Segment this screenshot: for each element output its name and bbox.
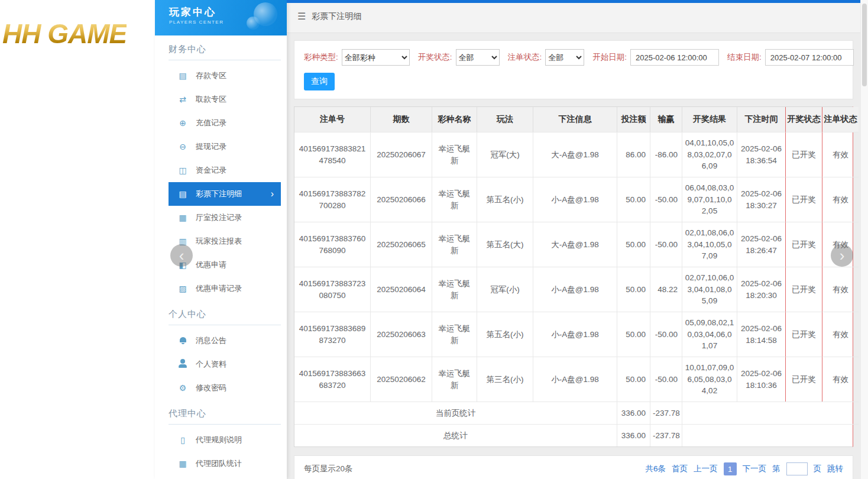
carousel-right-button[interactable]: ›	[831, 244, 853, 267]
filter-group-draw-status: 开奖状态: 全部	[418, 49, 500, 66]
lottery-icon: ▤	[178, 189, 187, 199]
pager: 共6条 首页 上一页 1 下一页 第 页 跳转	[645, 462, 843, 475]
user-icon	[178, 362, 187, 367]
sidebar-item-label: 存款专区	[196, 70, 226, 81]
col-win-loss: 输赢	[650, 107, 682, 132]
page-scrollbar[interactable]	[860, 0, 868, 479]
current-page[interactable]: 1	[724, 462, 737, 475]
start-date-label: 开始日期:	[592, 52, 627, 63]
sidebar-item-withdraw[interactable]: ⇄取款专区	[169, 88, 281, 111]
end-date-label: 结束日期:	[727, 52, 762, 63]
cell-bet-info: 小-A盘@1.98	[533, 267, 617, 312]
carousel-left-button[interactable]: ‹	[170, 244, 193, 267]
cell-play: 冠军(小)	[477, 267, 533, 312]
table-row: 40156917388368987327020250206063幸运飞艇新第五名…	[294, 312, 859, 357]
scrollbar-thumb[interactable]	[862, 4, 867, 86]
sidebar-item-lottery[interactable]: ▤彩票下注明细›	[169, 182, 281, 206]
cell-draw-status: 已开奖	[785, 357, 822, 402]
col-bet-id: 注单号	[294, 107, 370, 132]
chart-icon: ▦	[178, 459, 187, 468]
cell-lottery-name: 幸运飞艇新	[432, 177, 477, 222]
lottery-type-label: 彩种类型:	[304, 52, 338, 63]
query-button[interactable]: 查询	[304, 73, 335, 90]
recharge-icon: ⊕	[178, 118, 187, 128]
bet-status-label: 注单状态:	[508, 52, 542, 63]
sidebar-header: 玩家中心 PLAYERS CENTER	[155, 0, 287, 35]
page-size-text: 每页显示20条	[304, 464, 353, 474]
gear-icon: ⚙	[178, 383, 187, 393]
doc-icon: ▯	[178, 435, 187, 445]
sidebar-item-hall[interactable]: ▦厅室投注记录	[169, 206, 281, 229]
draw-status-select[interactable]: 全部	[456, 49, 500, 66]
cell-draw-result: 04,01,10,05,08,03,02,07,06,09	[682, 132, 737, 177]
cell-period: 20250206064	[370, 267, 432, 312]
sidebar-item-doc[interactable]: ▯代理规则说明	[169, 428, 281, 452]
total-count: 共6条	[645, 464, 666, 474]
col-bet-info: 下注信息	[533, 107, 617, 132]
start-date-input[interactable]	[630, 49, 719, 66]
cell-lottery-name: 幸运飞艇新	[432, 222, 477, 267]
sidebar-item-promo-record[interactable]: ▨优惠申请记录	[169, 277, 281, 300]
filter-actions: 查询	[304, 73, 843, 90]
jump-suffix: 页	[814, 464, 822, 474]
col-period: 期数	[370, 107, 432, 132]
cell-play: 第五名(大)	[477, 222, 533, 267]
jump-page-input[interactable]	[786, 462, 808, 475]
sidebar-item-chart[interactable]: ▦代理团队统计	[169, 452, 281, 475]
bet-table: 注单号期数彩种名称玩法下注信息投注额输赢开奖结果下注时间开奖状态注单状态 401…	[294, 107, 859, 446]
first-page-link[interactable]: 首页	[672, 464, 688, 474]
cell-win-loss: -50.00	[650, 222, 682, 267]
summary-label: 当前页统计	[294, 402, 617, 424]
cell-bet-time: 2025-02-06 18:10:36	[737, 357, 785, 402]
sidebar-item-recharge[interactable]: ⊕充值记录	[169, 111, 281, 135]
filter-group-bet-status: 注单状态: 全部	[508, 49, 585, 66]
bet-status-select[interactable]: 全部	[545, 49, 584, 66]
summary-bet-total: 336.00	[617, 402, 650, 424]
lottery-type-select[interactable]: 全部彩种	[342, 49, 410, 66]
cell-bet-id: 401569173883663683720	[294, 357, 370, 402]
col-play: 玩法	[477, 107, 533, 132]
sidebar-item-label: 玩家投注报表	[196, 236, 242, 247]
withdraw-icon: ⇄	[178, 95, 187, 104]
sidebar-item-label: 厅室投注记录	[196, 212, 242, 223]
sidebar-item-cashout[interactable]: ⊖提现记录	[169, 135, 281, 158]
jump-prefix: 第	[772, 464, 780, 474]
cell-win-loss: 48.22	[650, 267, 682, 312]
cell-win-loss: -50.00	[650, 357, 682, 402]
menu-toggle-icon[interactable]: ☰	[297, 11, 306, 22]
sidebar-section: 个人中心消息公告个人资料⚙修改密码	[155, 309, 287, 400]
funds-icon: ◫	[178, 166, 187, 175]
sidebar-item-label: 优惠申请	[196, 260, 226, 270]
sidebar-item-label: 提现记录	[196, 141, 226, 152]
next-page-link[interactable]: 下一页	[743, 464, 767, 474]
sidebar-item-label: 修改密码	[196, 383, 226, 393]
hall-icon: ▦	[178, 213, 187, 222]
jump-button[interactable]: 跳转	[827, 464, 843, 474]
sidebar-item-gear[interactable]: ⚙修改密码	[169, 376, 281, 400]
cell-period: 20250206067	[370, 132, 432, 177]
cell-draw-status: 已开奖	[785, 132, 822, 177]
filter-group-end-date: 结束日期:	[727, 49, 854, 66]
end-date-input[interactable]	[765, 49, 854, 66]
summary-winloss-total: -237.78	[650, 424, 682, 446]
deposit-icon: ▤	[178, 71, 187, 80]
sidebar-item-user[interactable]: 个人资料	[169, 352, 281, 376]
cell-bet-time: 2025-02-06 18:26:47	[737, 222, 785, 267]
main-area: ☰ 彩票下注明细 彩种类型: 全部彩种 开奖状态: 全部 注单状态	[287, 0, 860, 479]
bet-table-wrap: 注单号期数彩种名称玩法下注信息投注额输赢开奖结果下注时间开奖状态注单状态 401…	[294, 106, 853, 447]
cell-lottery-name: 幸运飞艇新	[432, 132, 477, 177]
cell-bet-info: 小-A盘@1.98	[533, 357, 617, 402]
section-title: 财务中心	[169, 44, 281, 60]
cell-lottery-name: 幸运飞艇新	[432, 357, 477, 402]
filter-row: 彩种类型: 全部彩种 开奖状态: 全部 注单状态: 全部	[304, 49, 843, 66]
sidebar-item-bell[interactable]: 消息公告	[169, 329, 281, 352]
sidebar-item-funds[interactable]: ◫资金记录	[169, 158, 281, 182]
cell-play: 冠军(大)	[477, 132, 533, 177]
col-bet-status: 注单状态	[822, 107, 859, 132]
table-header-row: 注单号期数彩种名称玩法下注信息投注额输赢开奖结果下注时间开奖状态注单状态	[294, 107, 859, 132]
sidebar-item-deposit[interactable]: ▤存款专区	[169, 64, 281, 88]
col-draw-result: 开奖结果	[682, 107, 737, 132]
prev-page-link[interactable]: 上一页	[694, 464, 718, 474]
summary-row: 当前页统计336.00-237.78	[294, 402, 859, 424]
cell-bet-status: 有效	[822, 357, 859, 402]
